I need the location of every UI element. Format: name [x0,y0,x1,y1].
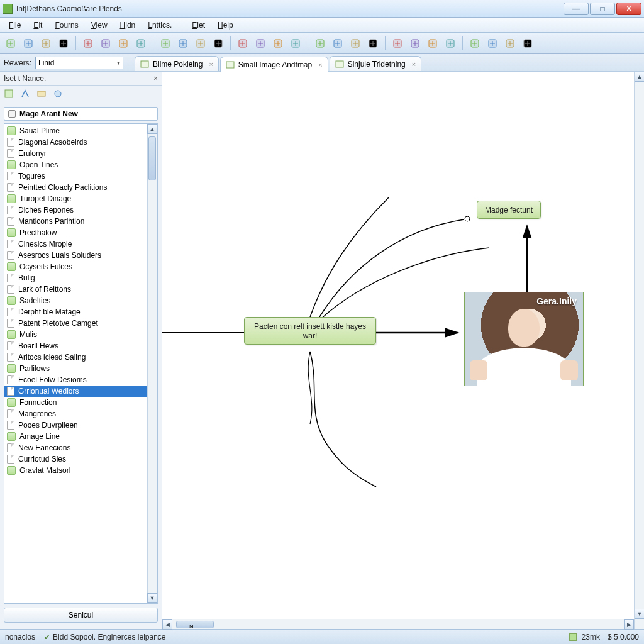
toolbar-button-2[interactable] [39,36,53,50]
tree-item[interactable]: Curriotud Sles [4,453,157,465]
toolbar-button-22[interactable] [426,36,440,50]
tree-item[interactable]: Mangrenes [4,408,157,419]
tree-item[interactable]: Patent Pletotve Camget [4,318,157,329]
sidebar-tool-3[interactable] [36,89,48,100]
tree-item[interactable]: Diches Repones [4,204,157,216]
tree-item[interactable]: Aritocs iclesd Saling [4,352,157,363]
toolbar-button-6[interactable] [116,36,130,50]
tree-item[interactable]: Grrionual Wedlors [4,386,157,397]
tree-item[interactable]: Fonnuction [4,397,157,408]
scroll-down-icon[interactable]: ▼ [147,593,157,603]
tab-2[interactable]: Sinjule Tridetning× [330,56,422,71]
toolbar-button-20[interactable] [391,36,404,50]
tab-close-icon[interactable]: × [318,61,322,69]
tree-item[interactable]: Open Tines [4,159,157,170]
toolbar-button-27[interactable] [521,36,535,50]
tree-item[interactable]: Lark of Relttons [4,284,157,295]
toolbar-button-3[interactable] [57,36,70,50]
tree-item[interactable]: New Eanecions [4,442,157,453]
mindmap-top-node[interactable]: Madge fectunt [477,201,541,219]
tree-item[interactable]: Saual Plime [4,125,157,136]
toolbar-button-11[interactable] [211,36,225,50]
tree-item[interactable]: Sadelties [4,295,157,306]
menu-elet[interactable]: Elet [186,19,211,31]
toolbar-button-24[interactable] [468,36,482,50]
tree-item[interactable]: Clnesics Mrople [4,238,157,250]
toolbar-button-16[interactable] [313,36,327,50]
toolbar-button-25[interactable] [486,36,499,50]
tree-item[interactable]: Pooes Duvrpileen [4,419,157,431]
tab-close-icon[interactable]: × [412,60,416,68]
canvas-vertical-scrollbar[interactable]: ▲ ▼ [634,72,644,619]
menu-file[interactable]: File [3,19,27,31]
toolbar-button-8[interactable] [158,36,172,50]
tree-item[interactable]: Parlilows [4,363,157,374]
menu-fourns[interactable]: Fourns [48,19,84,31]
toolbar-button-5[interactable] [99,36,113,50]
toolbar-button-7[interactable] [134,36,148,50]
tree-item[interactable]: Ecoel Folw Desioms [4,374,157,386]
tree-item[interactable]: Asesrocs Luals Soluders [4,250,157,261]
toolbar-button-13[interactable] [253,36,267,50]
toolbar-button-4[interactable] [81,36,95,50]
mindmap-image-node[interactable]: Gera.Inily [464,292,584,386]
toolbar-button-12[interactable] [236,36,250,50]
toolbar-button-19[interactable] [366,36,380,50]
tree-item[interactable]: Amage Line [4,431,157,442]
sidebar-section-box[interactable]: Mage Arant New [4,107,158,121]
toolbar-button-21[interactable] [408,36,422,50]
tree-item[interactable]: Boarll Hews [4,340,157,352]
sidebar-tree[interactable]: Saual PlimeDiagonal AcsobeirdsErulonyrOp… [4,124,157,603]
menu-lnttics.[interactable]: Lnttics. [142,19,178,31]
sidebar-tool-4[interactable] [53,89,64,100]
tree-item[interactable]: Gravlat Matsorl [4,465,157,476]
tab-1[interactable]: Small Image Andfmap× [220,57,328,72]
tab-close-icon[interactable]: × [209,60,213,68]
tree-item[interactable]: Erulonyr [4,148,157,159]
canvas-horizontal-scrollbar[interactable]: ◀ N ▶ [162,619,634,629]
hscroll-left-icon[interactable]: ◀ [162,619,172,630]
toolbar-button-9[interactable] [176,36,190,50]
tree-item[interactable]: Mulis [4,329,157,340]
hscroll-thumb[interactable]: N [176,621,214,628]
tree-item[interactable]: Ocyseils Fulces [4,261,157,272]
sidebar-tool-1[interactable] [4,89,15,100]
menu-help[interactable]: Help [211,19,240,31]
toolbar-button-0[interactable] [4,36,18,50]
tree-item[interactable]: Bulig [4,272,157,284]
mindmap-center-node[interactable]: Pacten con relt insett kistle hayes war! [244,317,376,345]
tree-item[interactable]: Precthalow [4,227,157,238]
toolbar-button-23[interactable] [443,36,457,50]
tree-item[interactable]: Diagonal Acsobeirds [4,136,157,148]
toolbar-button-10[interactable] [194,36,208,50]
vscroll-down-icon[interactable]: ▼ [635,609,644,619]
tree-item[interactable]: Togures [4,170,157,182]
toolbar-button-14[interactable] [271,36,285,50]
toolbar-button-18[interactable] [348,36,362,50]
sidebar-close-icon[interactable]: × [153,74,158,83]
toolbar-button-1[interactable] [21,36,35,50]
scroll-up-icon[interactable]: ▲ [147,124,157,134]
minimize-button[interactable]: — [564,3,589,15]
menu-hidn[interactable]: Hidn [114,19,142,31]
rewers-combo[interactable]: Linid ▾ [35,57,123,69]
maximize-button[interactable]: □ [590,3,615,15]
toolbar-button-15[interactable] [289,36,303,50]
hscroll-right-icon[interactable]: ▶ [624,619,634,630]
close-button[interactable]: X [616,3,641,15]
mindmap-canvas[interactable]: Pacten con relt insett kistle hayes war!… [162,72,634,619]
vscroll-up-icon[interactable]: ▲ [635,72,644,82]
sidebar-tool-2[interactable] [20,89,31,100]
toolbar-button-17[interactable] [331,36,345,50]
menu-elt[interactable]: Elt [27,19,48,31]
toolbar-button-26[interactable] [503,36,517,50]
tree-item[interactable]: Manticons Parihtion [4,216,157,227]
tab-0[interactable]: Blime Pokieing× [135,56,219,71]
tree-item[interactable]: Peintted Cloacly Paclitions [4,182,157,193]
sidebar-scrollbar[interactable]: ▲ ▼ [147,124,157,603]
sidebar-scroll-thumb[interactable] [148,136,156,180]
tree-item[interactable]: Turopet Dinage [4,193,157,204]
menu-view[interactable]: View [85,19,114,31]
sidebar-bottom-button[interactable]: Senicul [4,608,158,623]
tree-item[interactable]: Derpht ble Matage [4,306,157,318]
